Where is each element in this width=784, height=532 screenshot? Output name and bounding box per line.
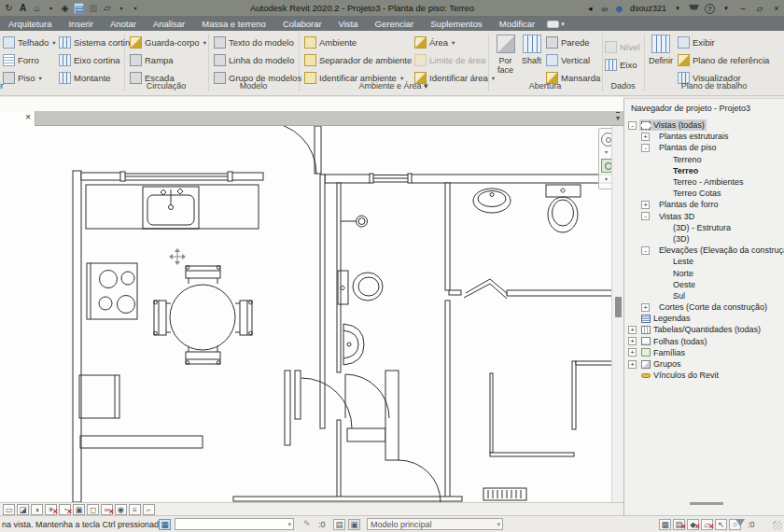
tab-massa-e-terreno[interactable]: Massa e terreno: [193, 17, 274, 31]
text-note-icon[interactable]: A: [18, 3, 28, 14]
restore-button[interactable]: ▱: [754, 4, 765, 13]
browser-item-legendas[interactable]: Legendas: [624, 313, 784, 324]
wc-toilet[interactable]: [546, 185, 581, 232]
browser-item-norte[interactable]: Norte: [624, 267, 784, 278]
panel-label-construir[interactable]: Construir: [0, 81, 49, 93]
tool-ambiente[interactable]: Ambiente: [304, 34, 412, 51]
show-analytical-model-icon[interactable]: ⌐: [143, 504, 155, 515]
browser-item-3d[interactable]: (3D): [624, 233, 784, 245]
bathroom-sink[interactable]: [343, 324, 364, 365]
signed-in-user[interactable]: dsouz321: [630, 4, 666, 13]
dropdown-caret[interactable]: ▾: [116, 3, 126, 14]
select-underlay-elements-icon[interactable]: ▤: [673, 519, 685, 530]
select-elements-by-face-icon[interactable]: ▱: [701, 519, 713, 530]
browser-item-leste[interactable]: Leste: [624, 256, 784, 267]
tool-area[interactable]: Área▾: [414, 34, 495, 51]
collapse-icon[interactable]: -: [641, 144, 650, 152]
kitchen-counter[interactable]: [86, 185, 259, 229]
floor-grill[interactable]: [483, 488, 526, 500]
tab-colaborar[interactable]: Colaborar: [274, 17, 330, 31]
zoom-dropdown-icon[interactable]: ▾: [605, 175, 608, 182]
tool-guarda-corpo[interactable]: Guarda-corpo▾: [130, 34, 206, 51]
search-icon[interactable]: ∞: [601, 4, 608, 14]
tab-gerenciar[interactable]: Gerenciar: [367, 17, 423, 31]
browser-horizontal-scrollbar[interactable]: [690, 502, 723, 505]
browser-item-familias[interactable]: +Famílias: [624, 347, 784, 358]
hall-window[interactable]: [370, 173, 412, 184]
browser-item-terreno[interactable]: Terreno: [624, 154, 784, 165]
drag-elements-on-selection-icon[interactable]: ↖: [715, 519, 727, 530]
tool-rampa[interactable]: Rampa: [130, 51, 206, 69]
dining-table[interactable]: [170, 285, 235, 350]
shadows-icon[interactable]: ◔: [59, 504, 71, 515]
browser-item-vistas-3d[interactable]: -Vistas 3D: [624, 211, 784, 222]
browser-item-terreo[interactable]: Terreo: [624, 165, 784, 176]
browser-item-folhas-todas[interactable]: +Folhas (todas): [624, 336, 784, 347]
drawing-area[interactable]: ▾ ▾: [0, 126, 623, 502]
tool-sistema-cortina[interactable]: Sistema cortina: [59, 34, 134, 51]
section-icon[interactable]: ◈: [60, 3, 70, 14]
properties-icon[interactable]: ▤: [74, 3, 84, 14]
tab-anotar[interactable]: Anotar: [102, 17, 145, 31]
browser-item-sul[interactable]: Sul: [624, 290, 784, 301]
hall-door[interactable]: [301, 378, 352, 428]
temporary-view-properties-icon[interactable]: ≡: [129, 504, 141, 515]
tool-separador-de-ambiente[interactable]: Separador de ambiente: [304, 51, 412, 69]
switch-windows-icon[interactable]: ▱: [102, 3, 112, 14]
tool-telhado[interactable]: Telhado▾: [3, 34, 56, 51]
panel-label-dados[interactable]: Dados: [602, 81, 644, 93]
sync-with-central-icon[interactable]: ↻: [4, 3, 14, 14]
tool-linha-do-modelo[interactable]: Linha do modelo: [214, 51, 308, 69]
tab-modificar[interactable]: Modificar: [491, 17, 544, 31]
crop-view-icon[interactable]: ▣: [73, 504, 85, 515]
help-dropdown-icon[interactable]: ▾: [721, 5, 732, 12]
browser-item-vistas-todas[interactable]: -Vistas (todas): [624, 119, 784, 131]
panel-label-circulacao[interactable]: Circulação: [124, 81, 208, 93]
stove[interactable]: [87, 263, 137, 319]
tool-eixo-cortina[interactable]: Eixo cortina: [59, 51, 134, 69]
collapse-icon[interactable]: -: [641, 212, 650, 220]
kitchen-lower-counter[interactable]: [80, 436, 203, 448]
entry-door[interactable]: [265, 126, 321, 174]
browser-item-grupos[interactable]: +Grupos: [624, 358, 784, 370]
collapse-icon[interactable]: -: [628, 121, 637, 130]
tool-vertical[interactable]: Vertical: [546, 51, 600, 69]
editable-only-icon[interactable]: ▤: [333, 519, 345, 530]
user-dropdown-icon[interactable]: ▾: [672, 5, 683, 12]
browser-item-oeste[interactable]: Oeste: [624, 279, 784, 290]
panel-label-abertura[interactable]: Abertura: [488, 81, 602, 93]
default-3d-view-icon[interactable]: ⌂: [32, 3, 42, 14]
expand-icon[interactable]: +: [628, 348, 637, 357]
close-view-icon[interactable]: ×: [25, 112, 31, 122]
tool-exibir[interactable]: Exibir: [678, 34, 769, 51]
expand-icon[interactable]: +: [641, 201, 650, 209]
design-option-select[interactable]: Modelo principal▾: [367, 518, 503, 530]
tool-eixo[interactable]: Eixo: [605, 56, 640, 74]
browser-item-plantas-de-forro[interactable]: +Plantas de forro: [624, 199, 784, 210]
visual-style-icon[interactable]: ◑: [31, 504, 43, 515]
browser-item-terreo-ambientes[interactable]: Terreo - Ambientes: [624, 176, 784, 188]
bedroom-door[interactable]: [399, 460, 441, 502]
filter-icon[interactable]: [735, 519, 745, 526]
browser-item-3d-estrutura[interactable]: (3D) - Estrutura: [624, 222, 784, 233]
inactive-tool-icon[interactable]: ▥: [88, 3, 98, 14]
kitchen-window[interactable]: [120, 171, 232, 182]
towel-ring[interactable]: [341, 216, 368, 227]
dropdown-caret[interactable]: ▾: [46, 3, 56, 14]
browser-item-tabelas-quantidades-todas[interactable]: +Tabelas/Quantidades (todas): [624, 324, 784, 335]
tab-suplementos[interactable]: Suplementos: [422, 17, 490, 31]
tool-forro[interactable]: Forro: [3, 51, 56, 69]
app-store-cart-icon[interactable]: [689, 5, 699, 10]
browser-item-plantas-de-piso[interactable]: -Plantas de piso: [624, 142, 784, 153]
resize-grip[interactable]: [773, 521, 782, 530]
expand-icon[interactable]: +: [628, 326, 637, 334]
tab-list-chevron-icon[interactable]: ▾: [616, 112, 620, 123]
tab-vista[interactable]: Vista: [330, 17, 367, 31]
select-links-icon[interactable]: ▦: [659, 519, 671, 530]
wheel-dropdown-icon[interactable]: ▾: [605, 148, 608, 155]
panel-label-ambiente-area[interactable]: Ambiente e Área ▾: [299, 81, 488, 93]
worksets-icon[interactable]: ▦: [159, 519, 171, 530]
browser-item-terreo-cotas[interactable]: Terreo Cotas: [624, 188, 784, 199]
expand-icon[interactable]: +: [628, 337, 637, 345]
drawing-vertical-scrollbar[interactable]: [611, 126, 623, 502]
